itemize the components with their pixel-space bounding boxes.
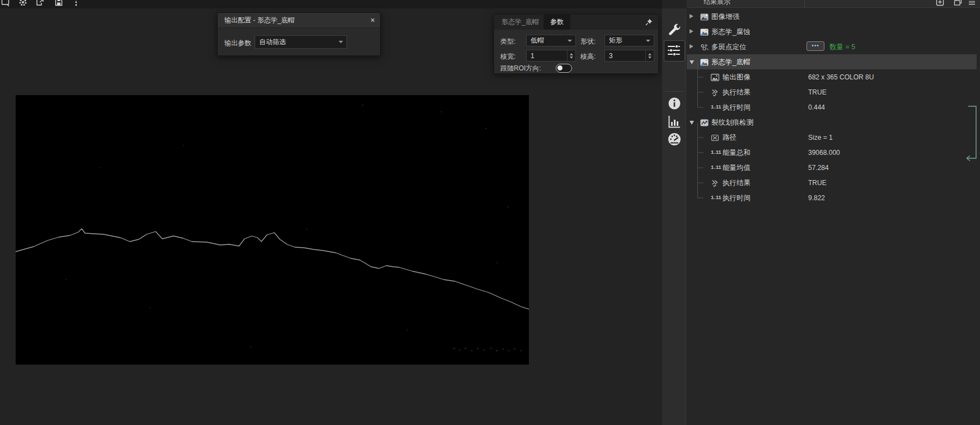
tree-row-label: 能量均值 — [723, 163, 751, 173]
tree-row-value: TRUE — [808, 88, 827, 96]
tree-row-value: 0.444 — [808, 103, 825, 111]
path-icon — [711, 134, 719, 141]
crack-detect-icon — [700, 119, 709, 126]
type-select[interactable]: 低帽 — [526, 35, 576, 46]
tree-row-exec-result[interactable]: 执行结果 TRUE — [687, 175, 980, 190]
count-badge: 数量 = 5 — [829, 42, 855, 52]
menu-icon[interactable] — [968, 0, 976, 6]
kernel-height-stepper[interactable]: 3 — [604, 50, 654, 62]
tree-row-value: 682 x 365 COLOR 8U — [808, 73, 874, 81]
type-value: 低帽 — [531, 36, 544, 45]
tree-row-value: 39068.000 — [808, 149, 840, 157]
tree-row-energy-sum[interactable]: 1.11 能量总和 39068.000 — [687, 145, 980, 160]
type-label: 类型: — [500, 37, 515, 46]
tree-row-label: 执行时间 — [723, 193, 751, 203]
chevron-right-icon[interactable] — [690, 29, 693, 34]
result-image — [16, 95, 529, 365]
export-icon[interactable] — [35, 0, 44, 7]
kernel-width-stepper[interactable]: 1 — [526, 50, 576, 62]
blob-locate-icon — [700, 43, 709, 50]
tab-module[interactable]: 形态学_底帽 — [501, 15, 539, 30]
morphology-icon — [700, 58, 709, 65]
output-param-value: 自动筛选 — [259, 37, 286, 47]
tree-row-blob-locate[interactable]: 多斑点定位 ••• 数量 = 5 — [687, 39, 980, 54]
tree-row-label: 能量总和 — [723, 148, 751, 158]
histogram-icon[interactable] — [667, 115, 682, 129]
top-toolbar — [0, 0, 662, 8]
pin-icon[interactable] — [645, 18, 653, 26]
save-icon[interactable] — [54, 0, 63, 7]
tree-row-value: 9.822 — [808, 194, 825, 202]
morphology-icon — [700, 28, 709, 35]
parameter-panel: 形态学_底帽 参数 类型: 低帽 形状: 矩形 核宽: 1 核高: 3 跟随RO… — [494, 14, 659, 74]
results-panel: 结果展示 图像增强 形态学_腐蚀 多斑点定位 ••• 数 — [687, 0, 980, 425]
kernel-width-label: 核宽: — [500, 52, 515, 62]
wrench-icon[interactable] — [667, 23, 682, 37]
tree-row-label: 形态学_腐蚀 — [711, 27, 750, 37]
tree-row-label: 执行结果 — [723, 178, 751, 188]
tree-row-label: 输出图像 — [723, 73, 751, 82]
output-param-select[interactable]: 自动筛选 — [255, 35, 347, 49]
more-options-button[interactable]: ••• — [806, 41, 824, 51]
close-icon[interactable]: × — [371, 13, 375, 27]
sliders-icon[interactable] — [667, 43, 681, 58]
number-icon: 1.11 — [711, 150, 721, 155]
info-icon[interactable] — [668, 97, 682, 111]
image-display-canvas[interactable] — [16, 95, 529, 365]
tree-row-label: 路径 — [723, 133, 737, 143]
output-param-label: 输出参数 — [224, 39, 251, 48]
cascade-windows-icon[interactable] — [954, 0, 962, 6]
param-tabbar: 形态学_底帽 参数 — [494, 15, 658, 30]
number-icon: 1.11 — [711, 105, 721, 110]
tree-row-morph-erode[interactable]: 形态学_腐蚀 — [687, 24, 980, 39]
tree-row-image-enhance[interactable]: 图像增强 — [687, 9, 980, 24]
tree-row-crack-detect[interactable]: 裂纹划痕检测 — [687, 115, 980, 130]
more-vertical-icon[interactable] — [72, 0, 81, 7]
chevron-down-icon — [339, 41, 343, 43]
shape-select[interactable]: 矩形 — [604, 35, 654, 46]
kernel-height-value: 3 — [609, 52, 613, 60]
window-icon[interactable] — [1, 0, 10, 7]
kernel-width-value: 1 — [531, 52, 534, 60]
header-divider — [804, 0, 805, 7]
exec-result-icon — [711, 179, 719, 186]
chevron-down-icon[interactable] — [690, 60, 694, 64]
tree-row-output-image[interactable]: 输出图像 682 x 365 COLOR 8U — [687, 69, 980, 84]
roi-direction-label: 跟随ROI方向: — [500, 64, 541, 73]
chevron-right-icon[interactable] — [690, 14, 693, 18]
tree-row-value: Size = 1 — [808, 134, 833, 141]
chevron-down-icon — [568, 40, 572, 42]
output-config-dialog: 输出配置 - 形态学_底帽 × 输出参数 自动筛选 — [217, 12, 381, 56]
roi-direction-toggle[interactable] — [556, 64, 572, 73]
tree-row-morph-bottomhat[interactable]: 形态学_底帽 — [687, 54, 977, 69]
number-icon: 1.11 — [711, 195, 721, 201]
settings-gear-icon[interactable] — [18, 0, 27, 7]
dialog-title: 输出配置 - 形态学_底帽 — [224, 13, 294, 27]
tree-row-label: 多斑点定位 — [711, 42, 747, 52]
tree-row-label: 形态学_底帽 — [711, 58, 750, 67]
tree-row-exec-time[interactable]: 1.11 执行时间 9.822 — [687, 190, 980, 205]
tree-row-exec-time[interactable]: 1.11 执行时间 0.444 — [687, 100, 980, 115]
tree-row-energy-mean[interactable]: 1.11 能量均值 57.284 — [687, 160, 980, 175]
spinner-arrows-icon[interactable] — [645, 50, 654, 61]
vision-app-window: { "top_toolbar": { "icons": ["window", "… — [0, 0, 980, 425]
tree-row-label: 图像增强 — [711, 12, 739, 22]
chevron-down-icon[interactable] — [690, 121, 694, 125]
spinner-arrows-icon[interactable] — [567, 50, 575, 61]
dialog-titlebar[interactable]: 输出配置 - 形态学_底帽 × — [218, 13, 380, 28]
gauge-icon[interactable] — [667, 132, 682, 147]
tree-row-value: TRUE — [808, 179, 827, 187]
chevron-right-icon[interactable] — [690, 44, 693, 49]
tree-row-exec-result[interactable]: 执行结果 TRUE — [687, 84, 980, 100]
shape-label: 形状: — [580, 37, 595, 46]
tree-row-label: 执行时间 — [723, 103, 751, 112]
tree-row-label: 执行结果 — [723, 88, 751, 97]
tree-row-label: 裂纹划痕检测 — [711, 118, 753, 128]
results-header: 结果展示 — [687, 0, 980, 8]
chevron-down-icon — [646, 40, 650, 42]
tree-row-path[interactable]: 路径 Size = 1 — [687, 130, 980, 145]
tab-params[interactable]: 参数 — [543, 15, 570, 30]
add-window-icon[interactable] — [936, 0, 944, 6]
tree-row-value: 57.284 — [808, 164, 829, 172]
toolbar-divider — [665, 91, 683, 92]
